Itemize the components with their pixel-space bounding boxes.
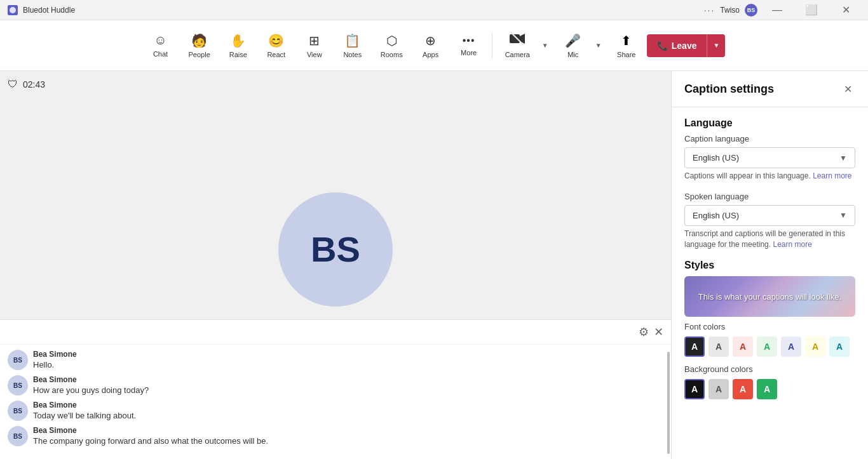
chat-text: Today we'll be talking about.: [33, 411, 663, 420]
caption-language-label: Caption language: [684, 134, 855, 143]
chat-message: BS Bea Simone Hello.: [8, 350, 663, 370]
toolbar-camera[interactable]: Camera: [498, 27, 538, 63]
spoken-language-value: English (US): [693, 211, 739, 220]
avatar: BS: [8, 350, 28, 370]
styles-section: Styles This is what your captions will l…: [684, 260, 855, 399]
scrollbar[interactable]: [667, 352, 670, 454]
caption-language-select[interactable]: English (US) ▼: [684, 147, 855, 168]
transcript-note: Transcript and captions will be generate…: [684, 229, 855, 250]
toolbar-chat[interactable]: ☺ Chat: [143, 28, 179, 63]
share-icon: ⬆: [621, 33, 632, 48]
close-chat-icon[interactable]: ✕: [654, 325, 663, 339]
toolbar-react[interactable]: 😊 React: [259, 28, 294, 63]
language-section: Language Caption language English (US) ▼…: [684, 117, 855, 182]
toolbar-separator-1: [492, 33, 492, 58]
view-label: View: [307, 51, 322, 58]
chevron-down-icon: ▼: [595, 42, 602, 49]
titlebar-avatar: BS: [745, 4, 757, 17]
apps-label: Apps: [423, 51, 438, 58]
minimize-button[interactable]: —: [763, 0, 792, 20]
avatar: BS: [8, 375, 28, 396]
toolbar-rooms[interactable]: ⬡ Rooms: [373, 28, 410, 63]
chat-sender: Bea Simone: [33, 401, 663, 409]
titlebar: Bluedot Huddle ··· Twiso BS — ⬜ ✕: [0, 0, 868, 20]
font-color-swatch-cyan[interactable]: A: [829, 336, 850, 357]
font-colors-label: Font colors: [684, 322, 855, 331]
react-label: React: [267, 51, 285, 58]
font-color-swatch-white[interactable]: A: [684, 336, 705, 357]
toolbar-notes[interactable]: 📋 Notes: [335, 28, 370, 63]
titlebar-ellipsis[interactable]: ···: [704, 5, 715, 15]
font-color-swatch-yellow[interactable]: A: [805, 336, 825, 357]
mic-icon: 🎤: [565, 33, 581, 48]
toolbar-people[interactable]: 🧑 People: [181, 28, 218, 63]
font-color-swatch-green[interactable]: A: [757, 336, 777, 357]
share-label: Share: [617, 51, 635, 58]
caption-close-button[interactable]: ✕: [840, 81, 855, 96]
avatar: BS: [8, 426, 28, 446]
raise-label: Raise: [229, 51, 247, 58]
bg-colors-label: Background colors: [684, 364, 855, 374]
maximize-button[interactable]: ⬜: [797, 0, 826, 20]
bg-color-swatch-red[interactable]: A: [733, 379, 753, 399]
status-bar: 🛡 02:43: [8, 79, 45, 90]
phone-icon: 📞: [657, 41, 668, 51]
toolbar-view[interactable]: ⊞ View: [297, 28, 332, 63]
settings-icon[interactable]: ⚙: [639, 325, 649, 339]
chat-sender: Bea Simone: [33, 426, 663, 435]
chat-text: How are you guys doing today?: [33, 385, 663, 395]
camera-label: Camera: [505, 51, 530, 58]
toolbar-mic[interactable]: 🎤 Mic: [555, 28, 591, 63]
learn-more-link[interactable]: Learn more: [813, 171, 851, 180]
leave-dropdown-arrow[interactable]: ▼: [707, 34, 725, 57]
leave-button[interactable]: 📞 Leave ▼: [647, 34, 726, 57]
chat-icon: ☺: [154, 33, 166, 48]
shield-icon: 🛡: [8, 79, 18, 90]
caption-language-note: Captions will appear in this language. L…: [684, 171, 855, 182]
view-icon: ⊞: [309, 33, 320, 48]
style-preview: This is what your captions will look lik…: [684, 276, 855, 317]
titlebar-username: Twiso: [720, 6, 740, 15]
toolbar-share[interactable]: ⬆ Share: [609, 28, 644, 63]
app-title: Bluedot Huddle: [23, 6, 699, 15]
font-color-swatch-red[interactable]: A: [733, 336, 753, 357]
meeting-timer: 02:43: [23, 79, 45, 90]
style-preview-text: This is what your captions will look lik…: [698, 292, 841, 302]
bg-color-swatch-gray[interactable]: A: [709, 379, 729, 399]
close-button[interactable]: ✕: [831, 0, 860, 20]
avatar: BS: [8, 401, 28, 421]
font-color-swatch-blue[interactable]: A: [781, 336, 801, 357]
chat-header: ⚙ ✕: [0, 320, 671, 345]
chat-message: BS Bea Simone Today we'll be talking abo…: [8, 401, 663, 421]
chevron-down-icon: ▼: [839, 154, 847, 163]
font-color-swatch-light[interactable]: A: [709, 336, 729, 357]
chat-text: Hello.: [33, 360, 663, 369]
more-label: More: [461, 49, 477, 57]
svg-point-0: [10, 7, 16, 13]
caption-header: Caption settings ✕: [672, 71, 868, 107]
spoken-language-select[interactable]: English (US) ▼: [684, 205, 855, 226]
learn-more-link-2[interactable]: Learn more: [773, 240, 811, 249]
mic-dropdown-arrow[interactable]: ▼: [591, 33, 606, 58]
chat-panel: ⚙ ✕ BS Bea Simone Hello. BS Bea Simone H…: [0, 319, 671, 459]
bg-color-swatches: A A A A: [684, 379, 855, 399]
font-color-swatches: A A A A A A A: [684, 336, 855, 357]
toolbar-apps[interactable]: ⊕ Apps: [413, 28, 449, 63]
spoken-language-section: Spoken language English (US) ▼ Transcrip…: [684, 192, 855, 250]
main-participant-avatar: BS: [278, 192, 393, 307]
language-section-title: Language: [684, 117, 855, 129]
bg-color-swatch-black[interactable]: A: [684, 379, 705, 399]
notes-label: Notes: [343, 51, 362, 58]
toolbar: ☺ Chat 🧑 People ✋ Raise 😊 React ⊞ View 📋…: [0, 20, 868, 71]
camera-dropdown-arrow[interactable]: ▼: [538, 33, 553, 58]
chat-text: The company going forward and also what …: [33, 436, 663, 446]
people-icon: 🧑: [191, 33, 207, 48]
chat-sender: Bea Simone: [33, 375, 663, 384]
mic-group: 🎤 Mic ▼: [555, 28, 606, 63]
toolbar-raise[interactable]: ✋ Raise: [220, 28, 256, 63]
toolbar-more[interactable]: ••• More: [451, 30, 487, 62]
bg-color-swatch-green[interactable]: A: [757, 379, 777, 399]
chat-message: BS Bea Simone The company going forward …: [8, 426, 663, 446]
chat-label: Chat: [153, 50, 168, 58]
caption-language-value: English (US): [693, 153, 739, 163]
